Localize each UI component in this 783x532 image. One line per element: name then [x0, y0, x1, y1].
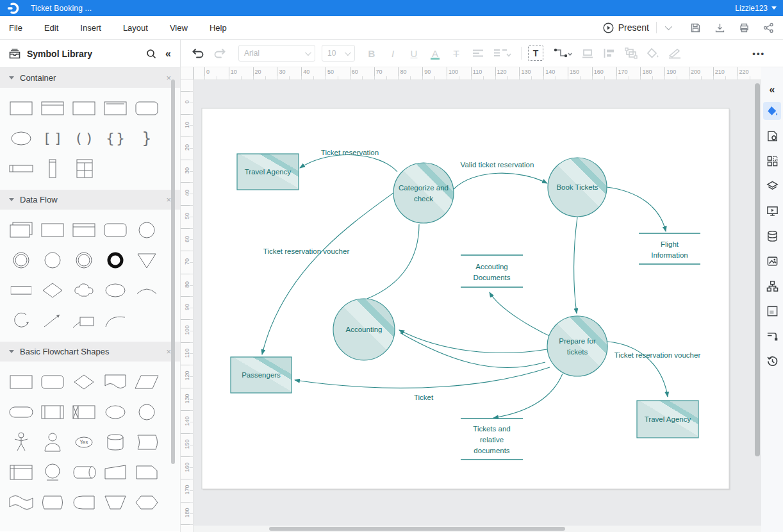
strikethrough-button[interactable]: T [449, 48, 464, 59]
symbol-grid[interactable] [68, 153, 99, 183]
symbol-rect-topline[interactable] [99, 93, 131, 123]
redo-button[interactable] [211, 45, 228, 62]
symbol-band-rect[interactable] [5, 153, 37, 183]
symbol-rect[interactable] [5, 367, 37, 397]
undo-button[interactable] [190, 45, 206, 62]
symbol-wave-rect[interactable] [5, 487, 37, 517]
symbol-circle-underline[interactable] [37, 457, 68, 487]
line-spacing-button[interactable] [491, 45, 513, 62]
section-header-data-flow[interactable]: Data Flow × [0, 190, 180, 210]
toolbar-more-button[interactable]: ••• [752, 49, 774, 58]
node-passengers[interactable]: Passengers [231, 357, 292, 393]
menu-layout[interactable]: Layout [123, 23, 148, 33]
right-rail-collapse-button[interactable]: « [770, 84, 775, 96]
menu-view[interactable]: View [170, 23, 188, 33]
symbol-callout-rect[interactable] [68, 305, 99, 335]
underline-button[interactable]: U [406, 48, 422, 59]
present-button[interactable]: Present [603, 22, 677, 33]
edge-label-3[interactable]: Ticket [414, 394, 434, 401]
orgchart-icon[interactable] [763, 277, 781, 295]
symbol-parallelogram[interactable] [131, 367, 162, 397]
node-accounting[interactable]: Accounting [333, 299, 395, 360]
symbol-circle[interactable] [131, 215, 162, 245]
italic-button[interactable]: I [385, 48, 400, 59]
database-icon[interactable] [763, 227, 781, 245]
symbol-rect-x[interactable] [68, 397, 99, 427]
node-categorize-and-check[interactable]: Categorize andcheck [393, 163, 454, 223]
fill-style-icon[interactable] [763, 102, 781, 120]
symbol-inv-trapezoid[interactable] [99, 487, 131, 517]
symbol-rect-titleband[interactable] [37, 93, 68, 123]
download-button[interactable] [714, 22, 725, 33]
canvas-horizontal-scrollbar[interactable] [194, 526, 761, 532]
symbol-tri-down[interactable] [131, 245, 162, 275]
symbol-stadium[interactable] [5, 397, 37, 427]
symbol-arc[interactable] [131, 275, 162, 305]
section-header-container[interactable]: Container × [0, 68, 180, 88]
symbol-loop-arc[interactable] [5, 305, 37, 335]
menu-edit[interactable]: Edit [44, 23, 58, 33]
bold-button[interactable]: B [364, 48, 379, 59]
font-color-button[interactable]: A [427, 48, 443, 59]
symbol-diamond[interactable] [37, 275, 68, 305]
menu-help[interactable]: Help [210, 23, 227, 33]
edge-label-4[interactable]: Ticket reservation voucher [614, 351, 701, 359]
symbol-rect[interactable] [5, 93, 37, 123]
symbol-cloud[interactable] [68, 275, 99, 305]
node-travel-agency-1[interactable]: Travel Agency [237, 154, 299, 190]
symbol-vrect[interactable] [37, 153, 68, 183]
diagram[interactable]: Travel AgencyCategorize andcheckBook Tic… [194, 80, 761, 526]
font-family-select[interactable]: Arial [238, 45, 315, 62]
node-prepare-for-tickets[interactable]: Prepare fortickets [547, 316, 607, 376]
symbol-thick-ring[interactable] [99, 245, 131, 275]
group-button[interactable] [623, 45, 639, 62]
symbol-stack-rect[interactable] [5, 215, 37, 245]
menu-insert[interactable]: Insert [80, 23, 101, 33]
image-icon[interactable] [763, 252, 781, 270]
section-close-icon[interactable]: × [166, 347, 171, 356]
symbol-document[interactable] [99, 367, 131, 397]
symbol-ellipse[interactable] [99, 397, 131, 427]
symbol-circle[interactable] [37, 245, 68, 275]
symbol-hrect-lines[interactable] [5, 275, 37, 305]
symbol-cylinder[interactable] [99, 427, 131, 457]
presentation-icon[interactable] [763, 202, 781, 220]
layers-icon[interactable] [763, 177, 781, 195]
section-close-icon[interactable]: × [166, 73, 171, 83]
symbol-manual-op[interactable] [99, 457, 131, 487]
print-button[interactable] [739, 22, 750, 33]
symbol-person2[interactable] [37, 427, 68, 457]
section-close-icon[interactable]: × [166, 195, 171, 204]
line-style-button[interactable] [666, 45, 683, 62]
symbol-braces[interactable]: {} [99, 123, 131, 153]
symbol-round-rect[interactable] [131, 93, 162, 123]
symbol-ring[interactable] [5, 245, 37, 275]
page-settings-icon[interactable] [763, 127, 781, 145]
user-menu[interactable]: Lizzie123 [735, 4, 777, 13]
symbol-parens[interactable]: () [68, 123, 99, 153]
panel-collapse-button[interactable]: « [165, 48, 171, 60]
symbol-yes-ellipse[interactable]: Yes [68, 427, 99, 457]
connector-tool[interactable] [551, 45, 574, 62]
symbol-circle[interactable] [131, 397, 162, 427]
symbol-rect-titleband[interactable] [68, 215, 99, 245]
symbol-rect[interactable] [68, 93, 99, 123]
symbol-predefined[interactable] [37, 397, 68, 427]
canvas-vertical-scrollbar[interactable] [755, 81, 760, 522]
symbol-curve[interactable] [99, 305, 131, 335]
symbol-card[interactable] [131, 427, 162, 457]
text-box-tool[interactable]: T [528, 46, 543, 61]
edge-label-1[interactable]: Valid ticket reservation [461, 161, 534, 169]
present-chevron-icon[interactable] [665, 23, 672, 30]
symbol-person[interactable] [5, 427, 37, 457]
section-header-basic-flowchart-shapes[interactable]: Basic Flowchart Shapes × [0, 342, 180, 362]
symbol-internal-storage[interactable] [5, 457, 37, 487]
node-book-tickets[interactable]: Book Tickets [548, 158, 607, 217]
symbol-hexagon[interactable] [131, 487, 162, 517]
symbol-round-rect[interactable] [99, 215, 131, 245]
symbol-brace[interactable]: } [131, 123, 162, 153]
history-icon[interactable] [763, 352, 781, 370]
save-button[interactable] [690, 22, 701, 33]
align-shapes-button[interactable] [579, 45, 596, 62]
menu-file[interactable]: File [9, 23, 22, 33]
